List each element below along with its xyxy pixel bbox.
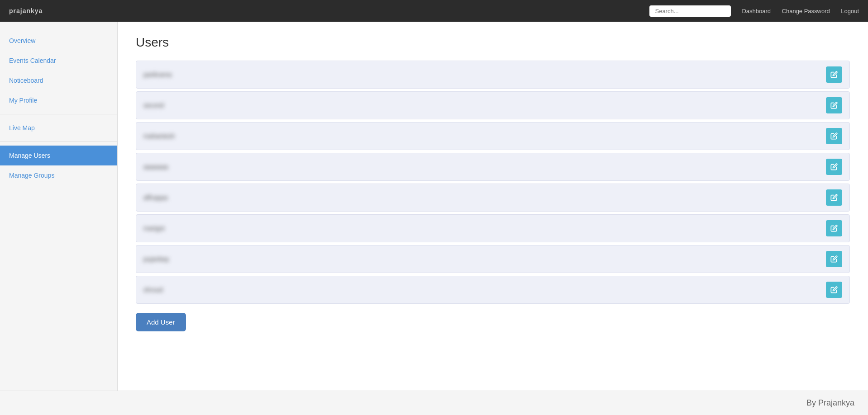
user-row: affcappa — [136, 184, 850, 212]
pencil-icon — [830, 194, 838, 201]
header-right: Dashboard Change Password Logout — [649, 5, 859, 17]
search-container — [649, 5, 731, 17]
logout-link[interactable]: Logout — [841, 8, 859, 14]
dashboard-link[interactable]: Dashboard — [742, 8, 771, 14]
footer: By Prajankya — [0, 391, 868, 415]
header: prajankya Dashboard Change Password Logo… — [0, 0, 868, 22]
footer-text: By Prajankya — [806, 398, 854, 407]
pencil-icon — [830, 255, 838, 263]
sidebar-item-my-profile[interactable]: My Profile — [0, 90, 117, 110]
sidebar-item-manage-users[interactable]: Manage Users — [0, 146, 117, 165]
user-name: mahantesh — [143, 132, 175, 140]
user-name: shroud — [143, 286, 163, 293]
edit-user-button[interactable] — [826, 159, 842, 175]
header-nav: Dashboard Change Password Logout — [742, 7, 859, 15]
sidebar-item-manage-groups[interactable]: Manage Groups — [0, 165, 117, 185]
user-name: pujanbay — [143, 255, 169, 263]
pencil-icon — [830, 132, 838, 140]
pencil-icon — [830, 71, 838, 78]
user-row: pujanbay — [136, 245, 850, 273]
edit-user-button[interactable] — [826, 128, 842, 144]
user-list: parikramasecondmahanteshaaaaaaaaffcappam… — [136, 61, 850, 304]
sidebar-divider — [0, 114, 117, 114]
sidebar: Overview Events Calendar Noticeboard My … — [0, 22, 118, 391]
pencil-icon — [830, 163, 838, 170]
edit-user-button[interactable] — [826, 97, 842, 113]
change-password-link[interactable]: Change Password — [782, 8, 830, 14]
add-user-button[interactable]: Add User — [136, 313, 186, 331]
sidebar-item-overview[interactable]: Overview — [0, 31, 117, 51]
layout: Overview Events Calendar Noticeboard My … — [0, 22, 868, 391]
edit-user-button[interactable] — [826, 66, 842, 83]
user-row: shroud — [136, 276, 850, 304]
sidebar-item-live-map[interactable]: Live Map — [0, 118, 117, 138]
pencil-icon — [830, 286, 838, 293]
edit-user-button[interactable] — [826, 251, 842, 267]
sidebar-item-noticeboard[interactable]: Noticeboard — [0, 71, 117, 90]
sidebar-divider-2 — [0, 141, 117, 142]
user-row: aaaaaaa — [136, 153, 850, 181]
user-name: parikrama — [143, 71, 172, 78]
user-name: affcappa — [143, 194, 167, 201]
sidebar-item-events-calendar[interactable]: Events Calendar — [0, 51, 117, 71]
user-name: marigot — [143, 225, 165, 232]
user-name: aaaaaaa — [143, 163, 168, 170]
page-title: Users — [136, 35, 850, 50]
edit-user-button[interactable] — [826, 282, 842, 298]
user-name: second — [143, 102, 164, 109]
user-row: mahantesh — [136, 122, 850, 150]
logo: prajankya — [9, 7, 43, 14]
user-row: parikrama — [136, 61, 850, 89]
pencil-icon — [830, 225, 838, 232]
main-content: Users parikramasecondmahanteshaaaaaaaaff… — [118, 22, 868, 391]
search-input[interactable] — [649, 5, 731, 17]
edit-user-button[interactable] — [826, 189, 842, 206]
pencil-icon — [830, 102, 838, 109]
user-row: marigot — [136, 214, 850, 242]
edit-user-button[interactable] — [826, 220, 842, 236]
user-row: second — [136, 91, 850, 119]
